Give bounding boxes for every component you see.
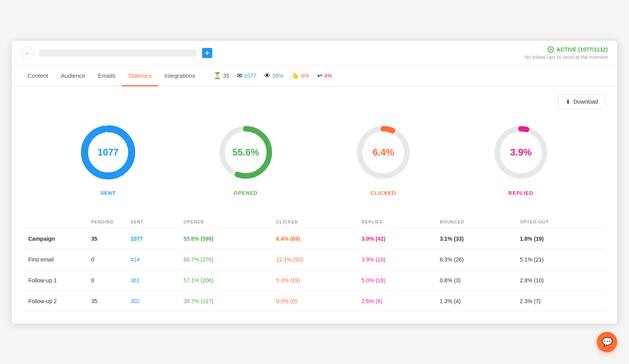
opened-icon: 👁 bbox=[264, 72, 270, 79]
donut-opened: 55.6% bbox=[214, 121, 277, 184]
donut-replied: 3.9% bbox=[489, 121, 552, 184]
sent-value: 1077 bbox=[244, 73, 256, 79]
row-opened: 38.7% (117) bbox=[179, 291, 272, 311]
row-replied: 3.9% (42) bbox=[357, 228, 435, 249]
row-opted-out: 2.3% (7) bbox=[515, 291, 605, 311]
top-bar: ← + ACTIVE (1077/1112) No follow-ups to … bbox=[12, 41, 617, 66]
table-row: Campaign 35 1077 55.6% (599) 6.4% (69) 3… bbox=[24, 228, 605, 249]
row-clicked: 6.4% (69) bbox=[271, 228, 357, 249]
row-clicked: 0.0% (0) bbox=[271, 291, 357, 311]
stat-clicked: 👆 6% bbox=[291, 72, 309, 79]
clicked-icon: 👆 bbox=[291, 72, 299, 79]
row-name: Follow-up 1 bbox=[24, 270, 86, 291]
sent-icon: ✉ bbox=[237, 72, 242, 79]
tab-content[interactable]: Content bbox=[21, 66, 55, 86]
row-sent: 414 bbox=[126, 249, 179, 270]
active-dot-icon bbox=[548, 46, 554, 53]
row-bounced: 1.3% (4) bbox=[435, 291, 515, 311]
table-row: Follow-up 2 35 302 38.7% (117) 0.0% (0) … bbox=[24, 291, 605, 311]
main-content: ⬇ Download 1077 SENT bbox=[12, 86, 617, 324]
row-opened: 57.1% (206) bbox=[179, 270, 272, 291]
no-followup-text: No follow-ups to send at the moment bbox=[524, 54, 608, 60]
row-opened: 55.6% (599) bbox=[179, 228, 272, 249]
row-replied: 5.0% (18) bbox=[357, 270, 435, 291]
breadcrumb bbox=[39, 49, 197, 57]
row-sent: 361 bbox=[126, 270, 179, 291]
download-button[interactable]: ⬇ Download bbox=[558, 94, 605, 109]
row-clicked: 12.1% (50) bbox=[271, 249, 357, 270]
row-opened: 66.7% (276) bbox=[179, 249, 272, 270]
row-replied: 3.9% (16) bbox=[357, 249, 435, 270]
table-row: First email 0 414 66.7% (276) 12.1% (50)… bbox=[24, 249, 605, 270]
tab-emails[interactable]: Emails bbox=[92, 66, 122, 86]
download-label: Download bbox=[574, 99, 598, 105]
donut-clicked: 6.4% bbox=[352, 121, 415, 184]
stat-opened: 👁 56% bbox=[264, 72, 283, 79]
nav-stats: ⏳ 35 ✉ 1077 👁 56% 👆 6% ↩ 4% bbox=[213, 72, 332, 79]
tab-statistics[interactable]: Statistics bbox=[122, 66, 158, 86]
row-pending: 35 bbox=[86, 228, 126, 249]
col-opted-out: OPTED-OUT bbox=[515, 216, 605, 229]
donut-sent: 1077 bbox=[77, 121, 140, 184]
download-icon: ⬇ bbox=[566, 99, 570, 105]
row-opted-out: 1.8% (19) bbox=[515, 228, 605, 249]
opened-value: 56% bbox=[272, 73, 283, 79]
col-sent: SENT bbox=[126, 216, 179, 229]
row-bounced: 0.8% (3) bbox=[435, 270, 515, 291]
replied-center-value: 3.9% bbox=[510, 147, 532, 158]
tab-integrations[interactable]: Integrations bbox=[158, 66, 201, 86]
tab-audience[interactable]: Audience bbox=[55, 66, 92, 86]
row-replied: 2.6% (8) bbox=[357, 291, 435, 311]
row-bounced: 3.1% (33) bbox=[435, 228, 515, 249]
back-button[interactable]: ← bbox=[21, 47, 34, 59]
replied-label: REPLIED bbox=[508, 190, 533, 196]
row-name: First email bbox=[24, 249, 86, 270]
sent-center-value: 1077 bbox=[97, 147, 118, 158]
stat-replied: ↩ 4% bbox=[317, 72, 332, 79]
chat-fab-button[interactable]: 💬 bbox=[597, 332, 617, 352]
replied-icon: ↩ bbox=[317, 72, 322, 79]
row-opted-out: 5.1% (21) bbox=[515, 249, 605, 270]
col-name bbox=[24, 216, 86, 229]
col-clicked: CLICKED bbox=[271, 216, 357, 229]
row-pending: 35 bbox=[86, 291, 126, 311]
col-bounced: BOUNCED bbox=[435, 216, 515, 229]
chart-clicked: 6.4% CLICKED bbox=[352, 121, 415, 196]
stat-sent: ✉ 1077 bbox=[237, 72, 256, 79]
clicked-center-value: 6.4% bbox=[373, 147, 394, 158]
active-text: ACTIVE (1077/1112) bbox=[556, 46, 608, 53]
row-clicked: 5.3% (19) bbox=[271, 270, 357, 291]
top-bar-left: ← + bbox=[21, 47, 212, 59]
opened-center-value: 55.6% bbox=[232, 147, 259, 158]
clicked-label: CLICKED bbox=[371, 190, 396, 196]
top-bar-right: ACTIVE (1077/1112) No follow-ups to send… bbox=[524, 46, 608, 60]
col-pending: PENDING bbox=[86, 216, 126, 229]
sent-label: SENT bbox=[101, 190, 116, 196]
download-row: ⬇ Download bbox=[24, 94, 605, 109]
row-sent: 302 bbox=[126, 291, 179, 311]
row-name: Follow-up 2 bbox=[24, 291, 86, 311]
row-pending: 0 bbox=[86, 270, 126, 291]
row-pending: 0 bbox=[86, 249, 126, 270]
opened-label: OPENED bbox=[234, 190, 258, 196]
chart-opened: 55.6% OPENED bbox=[214, 121, 277, 196]
main-window: ← + ACTIVE (1077/1112) No follow-ups to … bbox=[12, 41, 617, 324]
stats-table: PENDING SENT OPENED CLICKED REPLIED BOUN… bbox=[24, 216, 605, 312]
pending-icon: ⏳ bbox=[213, 72, 221, 79]
pending-value: 35 bbox=[223, 73, 230, 79]
charts-row: 1077 SENT 55.6% OPENED bbox=[24, 117, 605, 200]
col-replied: REPLIED bbox=[357, 216, 435, 229]
nav-tabs: Content Audience Emails Statistics Integ… bbox=[12, 66, 617, 86]
row-bounced: 6.3% (26) bbox=[435, 249, 515, 270]
add-button[interactable]: + bbox=[202, 48, 212, 58]
clicked-value: 6% bbox=[301, 73, 309, 79]
col-opened: OPENED bbox=[179, 216, 272, 229]
active-status: ACTIVE (1077/1112) bbox=[524, 46, 608, 53]
replied-value: 4% bbox=[324, 73, 332, 79]
stat-pending: ⏳ 35 bbox=[213, 72, 230, 79]
table-row: Follow-up 1 0 361 57.1% (206) 5.3% (19) … bbox=[24, 270, 605, 291]
row-sent: 1077 bbox=[126, 228, 179, 249]
row-name: Campaign bbox=[24, 228, 86, 249]
chart-replied: 3.9% REPLIED bbox=[489, 121, 552, 196]
chart-sent: 1077 SENT bbox=[77, 121, 140, 196]
